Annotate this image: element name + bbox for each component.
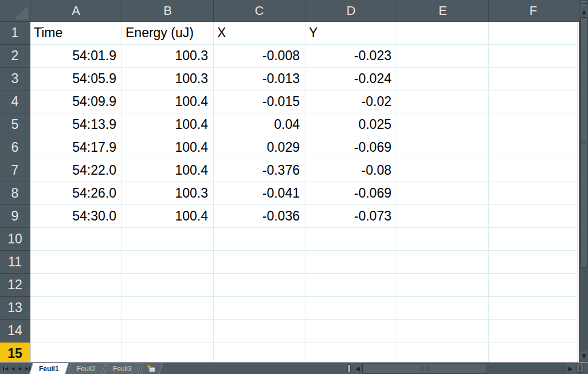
sheet-tab-Feuil1[interactable]: Feuil1 [29, 363, 69, 374]
cell-E1[interactable] [397, 22, 489, 45]
row-header-13[interactable]: 13 [0, 297, 30, 320]
cell-F12[interactable] [489, 274, 578, 297]
cell-A4[interactable]: 54:09.9 [30, 90, 122, 113]
cell-D14[interactable] [305, 320, 397, 342]
cell-A7[interactable]: 54:22.0 [30, 159, 122, 182]
scroll-right-button[interactable]: ▶ [566, 364, 574, 373]
cell-D7[interactable]: -0.08 [305, 159, 397, 182]
vertical-split-box[interactable] [580, 0, 588, 6]
cell-D1[interactable]: Y [305, 22, 397, 45]
cell-A6[interactable]: 54:17.9 [30, 136, 122, 159]
cell-A14[interactable] [30, 320, 122, 342]
cell-F15[interactable] [489, 342, 578, 362]
cell-E8[interactable] [397, 182, 489, 205]
row-header-14[interactable]: 14 [0, 320, 30, 342]
cell-D13[interactable] [305, 297, 397, 320]
cell-E2[interactable] [397, 45, 489, 68]
cell-E3[interactable] [397, 68, 489, 90]
column-header-F[interactable]: F [489, 0, 578, 21]
cell-D15[interactable] [305, 342, 397, 362]
row-header-15[interactable]: 15 [0, 342, 30, 362]
cell-F3[interactable] [489, 68, 578, 90]
cell-C4[interactable]: -0.015 [214, 90, 305, 113]
cell-E6[interactable] [397, 136, 489, 159]
row-header-8[interactable]: 8 [0, 182, 30, 205]
cell-D6[interactable]: -0.069 [305, 136, 397, 159]
cell-F13[interactable] [489, 297, 578, 320]
cell-D2[interactable]: -0.023 [305, 45, 397, 68]
cell-A13[interactable] [30, 297, 122, 320]
cell-B9[interactable]: 100.4 [122, 205, 214, 228]
cell-B13[interactable] [122, 297, 214, 320]
cell-F4[interactable] [489, 90, 578, 113]
row-header-6[interactable]: 6 [0, 136, 30, 159]
cell-C15[interactable] [214, 342, 305, 362]
cell-D10[interactable] [305, 228, 397, 251]
scroll-left-button[interactable]: ◀ [354, 364, 362, 373]
cell-F8[interactable] [489, 182, 578, 205]
cell-B5[interactable]: 100.4 [122, 113, 214, 136]
cell-B15[interactable] [122, 342, 214, 362]
cell-B11[interactable] [122, 251, 214, 274]
cell-E9[interactable] [397, 205, 489, 228]
cell-E15[interactable] [397, 342, 489, 362]
row-header-1[interactable]: 1 [0, 22, 30, 45]
cell-B7[interactable]: 100.4 [122, 159, 214, 182]
cell-C12[interactable] [214, 274, 305, 297]
scroll-down-button[interactable]: ▼ [579, 351, 588, 361]
next-sheet-button[interactable]: ▶ [17, 364, 24, 373]
column-header-A[interactable]: A [30, 0, 122, 21]
cell-A2[interactable]: 54:01.9 [30, 45, 122, 68]
cell-F5[interactable] [489, 113, 578, 136]
cell-A3[interactable]: 54:05.9 [30, 68, 122, 90]
cell-D5[interactable]: 0.025 [305, 113, 397, 136]
row-header-3[interactable]: 3 [0, 68, 30, 90]
cell-B10[interactable] [122, 228, 214, 251]
column-header-B[interactable]: B [122, 0, 214, 21]
cell-B1[interactable]: Energy (uJ) [122, 22, 214, 45]
cell-B6[interactable]: 100.4 [122, 136, 214, 159]
cell-A5[interactable]: 54:13.9 [30, 113, 122, 136]
cell-C7[interactable]: -0.376 [214, 159, 305, 182]
cell-D3[interactable]: -0.024 [305, 68, 397, 90]
cell-B2[interactable]: 100.3 [122, 45, 214, 68]
row-header-11[interactable]: 11 [0, 251, 30, 274]
row-header-2[interactable]: 2 [0, 45, 30, 68]
cell-E7[interactable] [397, 159, 489, 182]
cell-E5[interactable] [397, 113, 489, 136]
cell-A10[interactable] [30, 228, 122, 251]
first-sheet-button[interactable]: ◀ [2, 364, 9, 373]
insert-worksheet-button[interactable] [140, 363, 163, 374]
cell-C1[interactable]: X [214, 22, 305, 45]
cell-C10[interactable] [214, 228, 305, 251]
cell-D8[interactable]: -0.069 [305, 182, 397, 205]
cell-C2[interactable]: -0.008 [214, 45, 305, 68]
cell-A12[interactable] [30, 274, 122, 297]
cell-A8[interactable]: 54:26.0 [30, 182, 122, 205]
cell-C9[interactable]: -0.036 [214, 205, 305, 228]
row-header-4[interactable]: 4 [0, 90, 30, 113]
cell-E10[interactable] [397, 228, 489, 251]
select-all-corner[interactable] [0, 0, 30, 21]
cell-E11[interactable] [397, 251, 489, 274]
cell-C5[interactable]: 0.04 [214, 113, 305, 136]
sheet-tab-Feuil3[interactable]: Feuil3 [103, 363, 142, 374]
cell-B12[interactable] [122, 274, 214, 297]
previous-sheet-button[interactable]: ◀ [9, 364, 17, 373]
cell-E4[interactable] [397, 90, 489, 113]
cell-B8[interactable]: 100.3 [122, 182, 214, 205]
horizontal-split-box[interactable] [577, 364, 583, 373]
cell-A15[interactable] [30, 342, 122, 362]
cell-D11[interactable] [305, 251, 397, 274]
cell-F2[interactable] [489, 45, 578, 68]
cell-E13[interactable] [397, 297, 489, 320]
horizontal-scrollbar-thumb[interactable] [362, 364, 487, 373]
cell-C11[interactable] [214, 251, 305, 274]
row-header-10[interactable]: 10 [0, 228, 30, 251]
cell-D9[interactable]: -0.073 [305, 205, 397, 228]
column-header-C[interactable]: C [214, 0, 305, 21]
column-header-D[interactable]: D [305, 0, 397, 21]
cell-D4[interactable]: -0.02 [305, 90, 397, 113]
vertical-scrollbar[interactable]: ▲ ▼ [579, 0, 588, 362]
cell-B4[interactable]: 100.4 [122, 90, 214, 113]
